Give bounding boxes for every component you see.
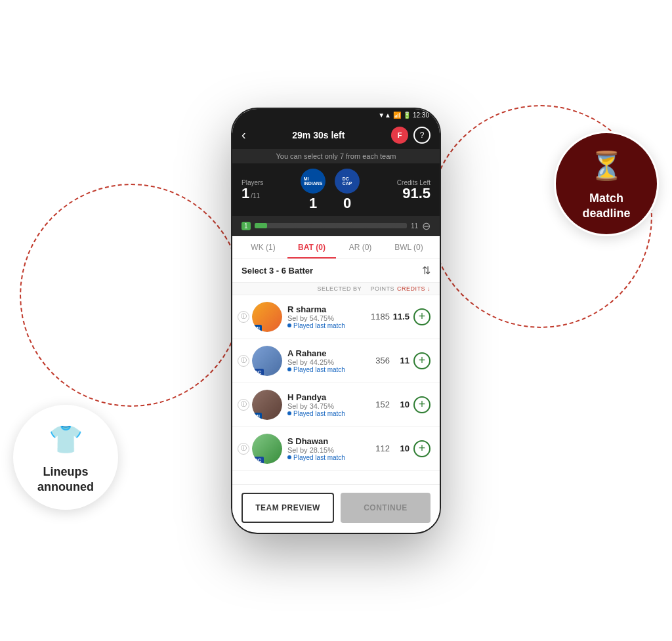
add-player-button[interactable]: + bbox=[413, 396, 430, 413]
add-player-button[interactable]: + bbox=[413, 352, 430, 369]
progress-seg-3 bbox=[282, 223, 295, 228]
progress-seg-8 bbox=[352, 223, 365, 228]
progress-minus-button[interactable]: ⊖ bbox=[422, 220, 430, 232]
dc-count: 0 bbox=[343, 195, 351, 212]
player-avatar: MI bbox=[252, 390, 282, 420]
progress-start: 1 bbox=[242, 222, 251, 230]
player-name: H Pandya bbox=[287, 392, 360, 402]
phone-mockup: ▼▲ 📶 🔋 12:30 ‹ 29m 30s left F ? You can … bbox=[231, 108, 441, 534]
progress-seg-4 bbox=[296, 223, 308, 228]
signal-icon: ▼▲ bbox=[378, 112, 391, 119]
player-avatar: DC bbox=[252, 434, 282, 464]
wifi-icon: 📶 bbox=[393, 112, 401, 119]
players-sub: /11 bbox=[251, 192, 260, 199]
dc-group: DCCAP 0 bbox=[335, 169, 360, 212]
team-badge: DC bbox=[252, 369, 264, 376]
player-name: S Dhawan bbox=[287, 436, 360, 446]
player-credits: 10 bbox=[390, 444, 410, 453]
user-icon: F bbox=[391, 127, 408, 144]
player-rank: ⓘ bbox=[238, 399, 249, 411]
player-rank: ⓘ bbox=[238, 443, 249, 455]
hourglass-icon: ⏳ bbox=[587, 146, 626, 186]
tab-bat[interactable]: BAT (0) bbox=[287, 236, 336, 258]
played-dot bbox=[287, 323, 291, 327]
players-value: 1 bbox=[242, 186, 249, 201]
bottom-bar: TEAM PREVIEW CONTINUE bbox=[232, 484, 440, 531]
player-played-status: Played last match bbox=[287, 322, 360, 329]
filter-icon[interactable]: ⇅ bbox=[422, 264, 430, 277]
add-player-button[interactable]: + bbox=[413, 440, 430, 457]
back-button[interactable]: ‹ bbox=[242, 127, 246, 142]
player-name: R sharma bbox=[287, 304, 360, 314]
player-credits: 11 bbox=[390, 356, 410, 365]
credits-stat: Credits Left 91.5 bbox=[397, 179, 430, 201]
player-row: ⓘ MI R sharma Sel by 54.75% Played last … bbox=[232, 295, 440, 339]
progress-container: 1 11 ⊖ bbox=[232, 216, 440, 236]
status-icons: ▼▲ 📶 🔋 12:30 bbox=[378, 112, 429, 119]
team-notice: You can select only 7 from each team bbox=[232, 149, 440, 163]
player-selected-by: Sel by 44.25% bbox=[287, 358, 360, 366]
played-dot bbox=[287, 367, 291, 371]
player-name: A Rahane bbox=[287, 348, 360, 358]
add-player-button[interactable]: + bbox=[413, 308, 430, 325]
played-dot bbox=[287, 455, 291, 459]
lineups-dashed-circle bbox=[20, 184, 243, 407]
player-avatar: MI bbox=[252, 302, 282, 332]
position-tabs: WK (1) BAT (0) AR (0) BWL (0) bbox=[232, 236, 440, 259]
progress-seg-7 bbox=[338, 223, 350, 228]
team-badge: MI bbox=[252, 413, 262, 420]
tab-wk[interactable]: WK (1) bbox=[239, 236, 287, 258]
player-info: H Pandya Sel by 34.75% Played last match bbox=[287, 392, 360, 417]
player-points: 152 bbox=[360, 400, 390, 409]
team-preview-button[interactable]: TEAM PREVIEW bbox=[242, 493, 334, 523]
progress-seg-11 bbox=[394, 223, 407, 228]
player-selected-by: Sel by 54.75% bbox=[287, 314, 360, 322]
battery-icon: 🔋 bbox=[403, 112, 411, 119]
time-display: 12:30 bbox=[413, 112, 429, 119]
players-stat: Players 1 /11 bbox=[242, 179, 263, 201]
progress-bar bbox=[255, 223, 407, 228]
header-actions: F ? bbox=[391, 127, 430, 144]
team-badge: MI bbox=[252, 325, 262, 332]
player-list: ⓘ MI R sharma Sel by 54.75% Played last … bbox=[232, 295, 440, 471]
help-button[interactable]: ? bbox=[413, 127, 430, 144]
progress-seg-2 bbox=[268, 223, 281, 228]
player-credits: 11.5 bbox=[390, 312, 410, 321]
credits-value: 91.5 bbox=[402, 186, 430, 201]
team-bar: Players 1 /11 MIINDIANS 1 DCCAP 0 Credit… bbox=[232, 163, 440, 216]
team-badge: DC bbox=[252, 457, 264, 464]
column-headers: SELECTED BY POINTS CREDITS ↓ bbox=[232, 283, 440, 295]
player-info: R sharma Sel by 54.75% Played last match bbox=[287, 304, 360, 329]
col-selected-by: SELECTED BY bbox=[272, 285, 362, 292]
filter-bar: Select 3 - 6 Batter ⇅ bbox=[232, 259, 440, 283]
player-rank: ⓘ bbox=[238, 355, 249, 367]
player-row: ⓘ DC S Dhawan Sel by 28.15% Played last … bbox=[232, 427, 440, 471]
player-played-status: Played last match bbox=[287, 366, 360, 373]
deadline-annotation: ⏳ Matchdeadline bbox=[554, 131, 659, 236]
status-bar: ▼▲ 📶 🔋 12:30 bbox=[232, 109, 440, 121]
progress-end: 11 bbox=[411, 222, 418, 230]
player-selected-by: Sel by 28.15% bbox=[287, 446, 360, 454]
tab-ar[interactable]: AR (0) bbox=[336, 236, 385, 258]
progress-seg-6 bbox=[324, 223, 337, 228]
col-points: POINTS bbox=[362, 285, 394, 292]
player-points: 356 bbox=[360, 356, 390, 365]
header-title: 29m 30s left bbox=[292, 130, 345, 140]
player-played-status: Played last match bbox=[287, 410, 360, 417]
progress-seg-9 bbox=[366, 223, 379, 228]
dc-logo: DCCAP bbox=[335, 169, 360, 194]
player-rank: ⓘ bbox=[238, 311, 249, 323]
player-row: ⓘ MI H Pandya Sel by 34.75% Played last … bbox=[232, 383, 440, 427]
lineups-label: Lineupsannouned bbox=[37, 465, 94, 495]
progress-seg-1 bbox=[255, 223, 267, 228]
player-info: S Dhawan Sel by 28.15% Played last match bbox=[287, 436, 360, 461]
continue-button[interactable]: CONTINUE bbox=[341, 493, 430, 523]
col-credits: CREDITS ↓ bbox=[394, 285, 430, 292]
jersey-icon: 👕 bbox=[46, 420, 85, 459]
spacer bbox=[232, 471, 440, 484]
tab-bwl[interactable]: BWL (0) bbox=[385, 236, 433, 258]
mi-group: MIINDIANS 1 bbox=[301, 169, 326, 212]
progress-seg-5 bbox=[310, 223, 323, 228]
filter-label: Select 3 - 6 Batter bbox=[242, 266, 313, 276]
lineups-annotation: 👕 Lineupsannouned bbox=[13, 405, 118, 510]
